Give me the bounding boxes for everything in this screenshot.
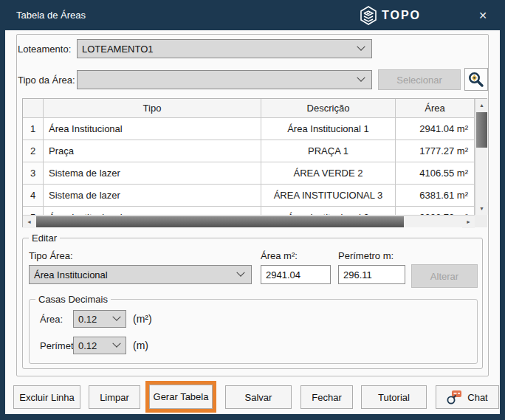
decimais-perimetro-select[interactable]: 0.12 [73,337,126,354]
cell-area[interactable]: 1777.27 m² [396,140,475,162]
cell-descricao[interactable]: ÁREA INSTITUCIONAL 3 [261,185,396,207]
header-area: Área [396,99,475,118]
editar-group: Editar Tipo Área: Área Institucional Áre… [22,238,483,369]
scroll-left-icon[interactable]: ◄ [23,216,35,228]
vertical-scroll-thumb[interactable] [476,112,487,148]
perimetro-m-input[interactable] [338,265,405,284]
chevron-down-icon [357,74,365,82]
cell-area[interactable]: 2941.04 m² [396,118,475,140]
decimais-area-select[interactable]: 0.12 [73,310,126,328]
horizontal-scrollbar[interactable]: ◄ ► [23,215,475,227]
header-row-number [23,99,44,118]
table-row[interactable]: 1 Área Institucional Área Institucional … [23,118,475,140]
chevron-down-icon [236,269,244,277]
alterar-button[interactable]: Alterar [411,264,478,288]
areas-table-body: Tipo Descrição Área 1 Área Institucional… [23,99,475,215]
cell-row-number[interactable]: 2 [23,140,44,162]
cell-descricao[interactable]: ÁREA VERDE 2 [261,162,396,185]
vertical-scrollbar[interactable]: ▲ ▼ [475,99,487,215]
chevron-down-icon [357,43,365,51]
scroll-down-icon[interactable]: ▼ [475,202,488,215]
cell-descricao[interactable]: Área Institucional 1 [261,118,396,140]
decimais-area-value: 0.12 [74,314,114,325]
horizontal-scroll-thumb[interactable] [36,216,404,227]
cell-area[interactable]: 9226.72 m² [396,207,475,215]
scroll-right-icon[interactable]: ► [462,216,475,228]
tipo-da-area-label: Tipo da Área: [18,75,75,86]
areas-table: Tipo Descrição Área 1 Área Institucional… [22,98,487,227]
decimais-perimetro-unit: (m) [133,340,148,351]
cell-row-number[interactable]: 4 [23,185,44,207]
cell-tipo[interactable]: Área Institucional [44,207,261,215]
table-row[interactable]: 2 Praça PRAÇA 1 1777.27 m² [23,140,475,162]
topo-hexagon-icon [360,6,377,25]
tutorial-button[interactable]: Tutorial [361,385,427,409]
window-border-right [500,30,505,420]
close-icon[interactable]: ✕ [473,7,492,24]
table-row[interactable]: 4 Sistema de lazer ÁREA INSTITUCIONAL 3 … [23,185,475,207]
table-row[interactable]: 3 Sistema de lazer ÁREA VERDE 2 4106.55 … [23,162,475,185]
cell-descricao[interactable]: PRAÇA 1 [261,140,396,162]
fechar-button[interactable]: Fechar [300,385,353,409]
cell-row-number[interactable]: 3 [23,162,44,185]
salvar-button[interactable]: Salvar [225,385,292,409]
window-title: Tabela de Áreas [16,10,86,21]
window-border-left [0,30,5,420]
casas-decimais-legend: Casas Decimais [35,294,111,305]
area-m2-label: Área m²: [261,250,298,261]
decimais-area-label: Área: [40,314,63,325]
cell-tipo[interactable]: Sistema de lazer [44,162,261,185]
decimais-perimetro-value: 0.12 [74,340,114,351]
scrollbar-corner [475,215,487,227]
area-m2-input[interactable] [261,265,331,284]
loteamento-label: Loteamento: [18,44,71,55]
window-border-bottom [0,414,505,420]
header-descricao: Descrição [261,99,396,118]
tipo-area-select[interactable]: Área Institucional [29,265,252,284]
loteamento-select[interactable]: LOTEAMENTO1 [77,39,372,58]
editar-legend: Editar [29,233,60,244]
search-area-button[interactable] [464,68,488,91]
table-header-row: Tipo Descrição Área [23,99,475,118]
casas-decimais-group: Casas Decimais Área: 0.12 (m²) Perímetro… [29,299,478,364]
cell-tipo[interactable]: Praça [44,140,261,162]
title-bar: Tabela de Áreas TOPO ✕ [0,0,505,30]
gerar-tabela-button[interactable]: Gerar Tabela [149,385,213,409]
chat-icon [447,390,463,404]
cell-row-number[interactable]: 1 [23,118,44,140]
cell-tipo[interactable]: Sistema de lazer [44,185,261,207]
tipo-da-area-select[interactable] [77,70,372,89]
tipo-area-label: Tipo Área: [29,250,73,261]
limpar-button[interactable]: Limpar [89,385,140,409]
table-row[interactable]: 5 Área Institucional Área Institucional … [23,207,475,215]
chevron-down-icon [112,313,120,321]
magnifier-icon [467,71,485,89]
cell-row-number[interactable]: 5 [23,207,44,215]
cell-area[interactable]: 4106.55 m² [396,162,475,185]
chevron-down-icon [112,340,120,348]
cell-descricao[interactable]: Área Institucional 2 [261,207,396,215]
selecionar-button[interactable]: Selecionar [378,69,461,90]
cell-tipo[interactable]: Área Institucional [44,118,261,140]
decimais-area-unit: (m²) [133,313,152,325]
tipo-area-selected-value: Área Institucional [30,269,238,280]
topo-logo: TOPO [360,6,421,25]
excluir-linha-button[interactable]: Excluir Linha [13,385,80,409]
chat-button[interactable]: Chat [436,385,499,409]
header-tipo: Tipo [44,99,261,118]
cell-area[interactable]: 6381.61 m² [396,185,475,207]
perimetro-m-label: Perímetro m: [338,250,394,261]
scroll-up-icon[interactable]: ▲ [475,99,488,111]
dialog-tabela-de-areas: Tabela de Áreas TOPO ✕ Loteamento: LOTEA… [0,0,505,420]
loteamento-selected-value: LOTEAMENTO1 [78,44,358,55]
brand-name: TOPO [382,9,421,22]
chat-button-label: Chat [467,392,487,403]
